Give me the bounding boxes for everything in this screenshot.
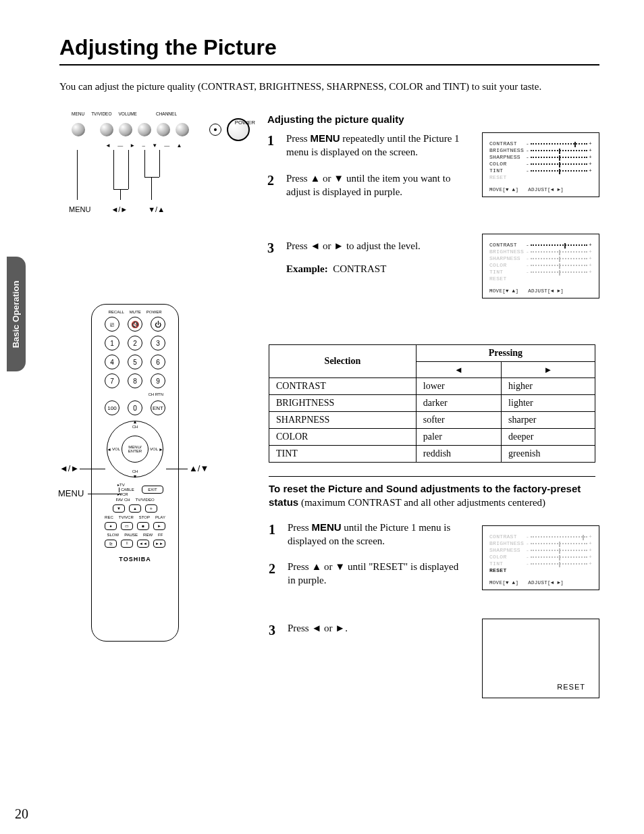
- remote-label: CH RTN: [92, 392, 163, 396]
- remote-rew-button[interactable]: ◄◄: [137, 540, 149, 548]
- remote-digit-7[interactable]: 7: [105, 373, 119, 388]
- step-number: 3: [267, 239, 279, 276]
- step-1: 1 Press MENU repeatedly until the Pictur…: [267, 132, 466, 159]
- osd-foot-adjust: ADJUST[◄ ►]: [528, 288, 564, 294]
- osd-item: TINT: [489, 269, 522, 275]
- panel-callout-menu: MENU: [69, 205, 90, 213]
- separator: [269, 476, 595, 477]
- remote-label: VOL: [150, 447, 158, 451]
- remote-rec-button[interactable]: ●: [105, 522, 117, 530]
- remote-favch-up[interactable]: ▲: [129, 504, 141, 513]
- remote-digit-5[interactable]: 5: [128, 355, 142, 369]
- lead-line: [166, 469, 188, 469]
- remote-digit-8[interactable]: 8: [128, 373, 142, 388]
- remote-label: SLOW: [107, 533, 119, 537]
- remote-brand: TOSHIBA: [92, 556, 178, 563]
- side-tab-label: Basic Operation: [11, 280, 22, 348]
- remote-recall-button[interactable]: ⎚: [105, 317, 119, 332]
- remote-digit-3[interactable]: 3: [151, 336, 165, 350]
- step-2: 2 Press ▲ or ▼ until the item you want t…: [267, 172, 466, 199]
- remote-digit-2[interactable]: 2: [128, 336, 142, 350]
- table-header-pressing: Pressing: [416, 345, 595, 362]
- remote-mute-button[interactable]: 🔇: [128, 317, 142, 332]
- remote-label: TV/VCR: [119, 515, 134, 519]
- step-text: or: [321, 623, 335, 633]
- dpad-up-label: ▲: [133, 419, 138, 424]
- dpad-right-label: ►: [159, 447, 163, 452]
- remote-label: MUTE: [130, 310, 141, 314]
- lead-line: [80, 469, 105, 469]
- step-text: .: [345, 623, 348, 633]
- osd-foot-move: MOVE[▼ ▲]: [489, 288, 518, 294]
- reset-step-1: 1 Press MENU until the Picture 1 menu is…: [269, 521, 468, 548]
- step-3: 3 Press ◄ or ► to adjust the level. Exam…: [267, 239, 466, 276]
- panel-button-ch-up[interactable]: [176, 123, 189, 136]
- panel-button-tvvideo[interactable]: [100, 123, 113, 136]
- table-cell-right: sharper: [502, 412, 595, 429]
- remote-digit-100[interactable]: 100: [105, 400, 119, 415]
- remote-slow-button[interactable]: ⊵: [105, 540, 117, 548]
- left-arrow-icon: ◄: [311, 622, 321, 633]
- table-cell-right: deeper: [502, 429, 595, 446]
- table-row: BRIGHTNESSdarkerlighter: [269, 395, 595, 412]
- osd-item: CONTRAST: [489, 140, 522, 147]
- remote-digit-6[interactable]: 6: [151, 355, 165, 369]
- step-number: 1: [267, 132, 279, 159]
- osd-foot-adjust: ADJUST[◄ ►]: [528, 187, 564, 192]
- panel-button-menu[interactable]: [72, 123, 85, 136]
- remote-label: CH: [132, 469, 138, 473]
- down-arrow-icon: ▼: [333, 172, 344, 184]
- remote-pause-button[interactable]: ॥: [121, 540, 133, 548]
- remote-menu-enter-button[interactable]: MENU/ ENTER: [122, 436, 149, 463]
- step-text: Press: [286, 240, 310, 251]
- step-text: Press: [288, 623, 311, 633]
- remote-play-button[interactable]: ►: [153, 522, 165, 530]
- step-text: Press: [288, 522, 311, 533]
- remote-digit-9[interactable]: 9: [151, 373, 165, 388]
- remote-dpad[interactable]: MENU/ ENTER ▲ CH ▼ CH ◄ VOL ► VOL: [107, 421, 163, 477]
- example-value: CONTRAST: [333, 263, 386, 274]
- step-text: Press: [288, 561, 311, 572]
- dpad-down-label: ▼: [133, 474, 138, 479]
- remote-label: CH: [132, 425, 138, 429]
- remote-digit-1[interactable]: 1: [105, 336, 119, 350]
- panel-arrows-legend: ◄ — ► – ▼ — ▲: [105, 142, 255, 149]
- right-arrow-icon: ►: [335, 622, 345, 633]
- remote-digit-0[interactable]: 0: [128, 400, 142, 415]
- osd-foot-adjust: ADJUST[◄ ►]: [528, 580, 564, 585]
- osd-item: COLOR: [489, 554, 522, 560]
- panel-button-ch-down[interactable]: [157, 123, 170, 136]
- remote-favch-down[interactable]: ▼: [113, 504, 125, 513]
- table-row: SHARPNESSsoftersharper: [269, 412, 595, 429]
- menu-keyword: MENU: [310, 132, 340, 144]
- remote-callout-menu: MENU: [58, 488, 84, 498]
- remote-exit-button[interactable]: EXIT: [142, 486, 163, 494]
- panel-button-vol-up[interactable]: [138, 123, 151, 136]
- osd-item: BRIGHTNESS: [489, 147, 522, 153]
- panel-button-vol-down[interactable]: [119, 123, 132, 136]
- remote-tvvideo-button[interactable]: ⎆: [145, 504, 157, 513]
- remote-stop-button[interactable]: ■: [137, 522, 149, 530]
- osd-item: BRIGHTNESS: [489, 540, 522, 546]
- remote-label: REC: [105, 515, 113, 519]
- osd-foot-move: MOVE[▼ ▲]: [489, 187, 518, 192]
- step-text: or: [320, 240, 333, 251]
- osd-screen-2: CONTRAST BRIGHTNESS SHARPNESS COLOR TINT…: [482, 234, 599, 298]
- remote-label: PAUSE: [124, 533, 138, 537]
- step-number: 2: [269, 560, 281, 588]
- table-header-selection: Selection: [269, 345, 417, 378]
- remote-ent-button[interactable]: ENT: [151, 400, 165, 415]
- osd-item: SHARPNESS: [489, 255, 522, 261]
- step-number: 2: [267, 172, 279, 199]
- table-cell-selection: BRIGHTNESS: [269, 395, 417, 412]
- tv-panel-figure: POWER MENU TV/VIDEO VOLUME CHANNEL ◄ — ►…: [59, 111, 255, 213]
- remote-label: CABLE: [121, 488, 134, 492]
- remote-ff-button[interactable]: ►►: [153, 540, 165, 548]
- adjustment-table: Selection Pressing ◄ ► CONTRASTlowerhigh…: [269, 344, 595, 463]
- remote-digit-4[interactable]: 4: [105, 355, 119, 369]
- remote-label: FF: [158, 533, 163, 537]
- table-cell-selection: CONTRAST: [269, 378, 417, 395]
- remote-tvvcr-button[interactable]: ▭: [121, 522, 133, 530]
- remote-power-button[interactable]: ⏻: [151, 317, 165, 332]
- step-text: Press: [286, 133, 310, 144]
